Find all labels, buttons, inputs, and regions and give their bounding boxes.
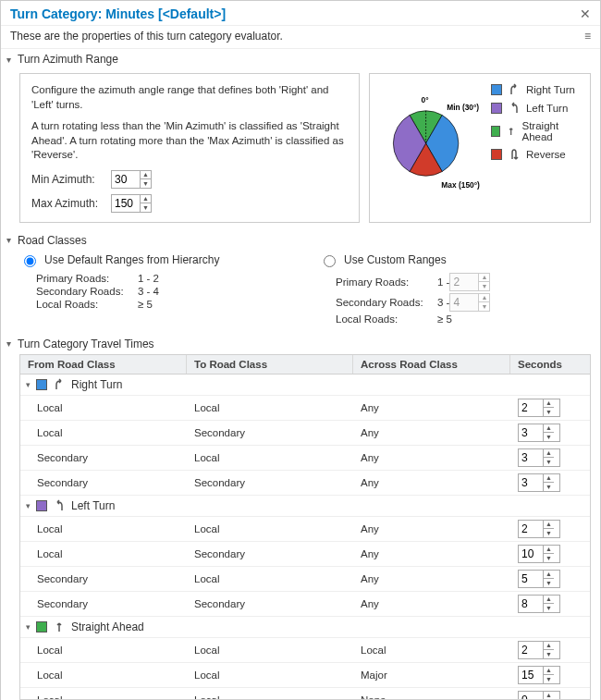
straight-turn-icon bbox=[53, 620, 66, 633]
down-arrow-icon[interactable]: ▼ bbox=[544, 675, 554, 683]
right-turn-icon bbox=[508, 83, 521, 96]
section-traveltimes-header[interactable]: ▾ Turn Category Travel Times bbox=[1, 334, 600, 354]
seconds-spinner[interactable]: ▲▼ bbox=[518, 424, 560, 442]
seconds-input[interactable] bbox=[519, 474, 543, 491]
down-arrow-icon[interactable]: ▼ bbox=[544, 408, 554, 416]
custom-local-value: ≥ 5 bbox=[437, 313, 452, 325]
seconds-input[interactable] bbox=[519, 546, 543, 562]
seconds-input[interactable] bbox=[519, 596, 543, 612]
down-arrow-icon[interactable]: ▼ bbox=[141, 203, 151, 212]
custom-secondary-prefix: 3 - bbox=[437, 297, 449, 308]
min-azimuth-spinner[interactable]: ▲▼ bbox=[111, 170, 152, 189]
section-azimuth-label: Turn Azimuth Range bbox=[18, 53, 118, 66]
cell-across: None bbox=[353, 692, 510, 700]
seconds-input[interactable] bbox=[519, 521, 543, 537]
min-azimuth-label: Min Azimuth: bbox=[31, 173, 105, 186]
min-azimuth-input[interactable] bbox=[112, 171, 140, 188]
table-row[interactable]: LocalLocalNone▲▼ bbox=[20, 688, 590, 700]
table-row[interactable]: LocalSecondaryAny▲▼ bbox=[20, 542, 590, 567]
table-row[interactable]: SecondarySecondaryAny▲▼ bbox=[20, 592, 590, 617]
seconds-input[interactable] bbox=[519, 571, 543, 587]
seconds-spinner[interactable]: ▲▼ bbox=[518, 473, 560, 492]
custom-secondary-spinner[interactable]: ▲▼ bbox=[449, 293, 490, 312]
close-icon[interactable]: ✕ bbox=[580, 6, 591, 21]
up-arrow-icon[interactable]: ▲ bbox=[544, 399, 554, 409]
seconds-input[interactable] bbox=[519, 399, 543, 416]
seconds-spinner[interactable]: ▲▼ bbox=[518, 666, 560, 684]
custom-primary-spinner[interactable]: ▲▼ bbox=[449, 273, 490, 291]
max-azimuth-spinner[interactable]: ▲▼ bbox=[111, 194, 152, 213]
seconds-spinner[interactable]: ▲▼ bbox=[518, 520, 560, 538]
seconds-spinner[interactable]: ▲▼ bbox=[518, 399, 560, 417]
table-row[interactable]: LocalLocalLocal▲▼ bbox=[20, 638, 590, 663]
group-header[interactable]: ▾Left Turn bbox=[20, 496, 590, 517]
col-across: Across Road Class bbox=[353, 355, 510, 374]
use-default-radio[interactable] bbox=[24, 255, 36, 267]
section-roadclasses-header[interactable]: ▾ Road Classes bbox=[1, 230, 600, 251]
seconds-input[interactable] bbox=[519, 642, 543, 658]
table-row[interactable]: SecondaryLocalAny▲▼ bbox=[20, 446, 590, 471]
table-row[interactable]: SecondarySecondaryAny▲▼ bbox=[20, 471, 590, 496]
table-row[interactable]: LocalLocalAny▲▼ bbox=[20, 396, 590, 421]
up-arrow-icon[interactable]: ▲ bbox=[544, 667, 554, 676]
group-header[interactable]: ▾Right Turn bbox=[20, 375, 590, 396]
up-arrow-icon[interactable]: ▲ bbox=[544, 474, 554, 484]
left-turn-icon bbox=[53, 499, 66, 512]
table-row[interactable]: LocalLocalAny▲▼ bbox=[20, 517, 590, 542]
up-arrow-icon[interactable]: ▲ bbox=[544, 449, 554, 459]
chevron-down-icon[interactable]: ▾ bbox=[26, 622, 31, 632]
up-arrow-icon[interactable]: ▲ bbox=[544, 642, 554, 651]
svg-text:Min (30°): Min (30°) bbox=[447, 103, 479, 112]
cell-across: Any bbox=[353, 546, 510, 562]
grid-body[interactable]: ▾Right TurnLocalLocalAny▲▼LocalSecondary… bbox=[19, 375, 591, 700]
seconds-spinner[interactable]: ▲▼ bbox=[518, 545, 560, 563]
seconds-input[interactable] bbox=[519, 692, 543, 700]
down-arrow-icon[interactable]: ▼ bbox=[544, 458, 554, 466]
cell-to: Secondary bbox=[187, 474, 353, 491]
group-header[interactable]: ▾Straight Ahead bbox=[20, 617, 590, 638]
table-row[interactable]: LocalSecondaryAny▲▼ bbox=[20, 421, 590, 446]
down-arrow-icon[interactable]: ▼ bbox=[544, 529, 554, 537]
up-arrow-icon[interactable]: ▲ bbox=[544, 424, 554, 434]
azimuth-pie-chart: 0° Min (30°) Max (150°) bbox=[381, 83, 482, 203]
reverse-swatch bbox=[491, 149, 502, 160]
up-arrow-icon[interactable]: ▲ bbox=[141, 171, 151, 180]
max-azimuth-input[interactable] bbox=[112, 195, 140, 212]
up-arrow-icon[interactable]: ▲ bbox=[544, 521, 554, 530]
down-arrow-icon[interactable]: ▼ bbox=[544, 483, 554, 491]
down-arrow-icon[interactable]: ▼ bbox=[544, 433, 554, 441]
seconds-spinner[interactable]: ▲▼ bbox=[518, 570, 560, 588]
down-arrow-icon[interactable]: ▼ bbox=[544, 604, 554, 612]
down-arrow-icon[interactable]: ▼ bbox=[544, 650, 554, 658]
up-arrow-icon[interactable]: ▲ bbox=[544, 546, 554, 555]
table-row[interactable]: LocalLocalMajor▲▼ bbox=[20, 663, 590, 688]
up-arrow-icon[interactable]: ▲ bbox=[544, 692, 554, 700]
menu-icon[interactable]: ≡ bbox=[584, 30, 591, 43]
section-azimuth-header[interactable]: ▾ Turn Azimuth Range bbox=[1, 49, 600, 69]
down-arrow-icon[interactable]: ▼ bbox=[544, 579, 554, 587]
cell-to: Local bbox=[187, 521, 353, 537]
table-row[interactable]: SecondaryLocalAny▲▼ bbox=[20, 567, 590, 592]
chevron-down-icon[interactable]: ▾ bbox=[26, 380, 31, 389]
seconds-spinner[interactable]: ▲▼ bbox=[518, 641, 560, 659]
up-arrow-icon[interactable]: ▲ bbox=[544, 571, 554, 580]
up-arrow-icon[interactable]: ▲ bbox=[141, 195, 151, 204]
down-arrow-icon[interactable]: ▼ bbox=[141, 179, 151, 188]
seconds-input[interactable] bbox=[519, 667, 543, 683]
cell-to: Secondary bbox=[187, 546, 353, 562]
up-arrow-icon[interactable]: ▲ bbox=[544, 596, 554, 605]
primary-roads-value: 1 - 2 bbox=[138, 273, 159, 284]
seconds-input[interactable] bbox=[519, 449, 543, 466]
seconds-spinner[interactable]: ▲▼ bbox=[518, 448, 560, 467]
straight-swatch bbox=[491, 126, 500, 137]
max-azimuth-label: Max Azimuth: bbox=[31, 197, 105, 210]
chevron-down-icon[interactable]: ▾ bbox=[26, 501, 31, 510]
down-arrow-icon[interactable]: ▼ bbox=[544, 554, 554, 562]
seconds-input[interactable] bbox=[519, 424, 543, 441]
use-custom-radio[interactable] bbox=[324, 255, 336, 267]
seconds-spinner[interactable]: ▲▼ bbox=[518, 691, 560, 700]
seconds-spinner[interactable]: ▲▼ bbox=[518, 595, 560, 613]
group-label: Straight Ahead bbox=[71, 620, 144, 633]
cell-from: Secondary bbox=[20, 571, 187, 587]
section-traveltimes-label: Turn Category Travel Times bbox=[18, 338, 154, 350]
